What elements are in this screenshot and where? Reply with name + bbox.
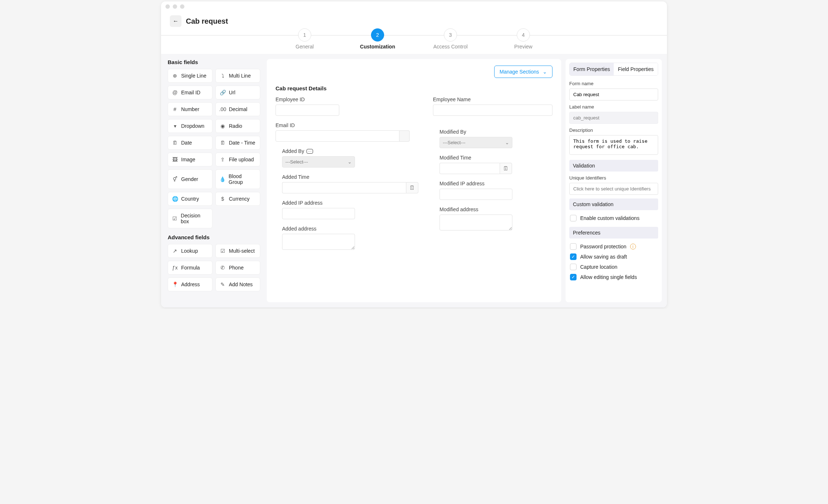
input-email-id[interactable] — [276, 130, 399, 142]
basic-fields-title: Basic fields — [168, 59, 260, 65]
step-number: 3 — [444, 28, 457, 42]
input-added-time[interactable] — [282, 182, 406, 193]
calendar-icon[interactable]: 🗓 — [406, 182, 418, 193]
input-employee-id[interactable] — [276, 105, 339, 116]
checkbox-icon — [570, 264, 577, 270]
pref-allow-saving-as-draft[interactable]: ✓ Allow saving as draft — [569, 252, 658, 262]
field-icon: ⤵ — [219, 73, 226, 79]
pref-capture-location[interactable]: Capture location — [569, 262, 658, 272]
input-label-name — [569, 112, 658, 124]
field-label: Gender — [181, 176, 198, 182]
field-type-dropdown[interactable]: ▾ Dropdown — [168, 119, 212, 133]
pref-label: Capture location — [580, 264, 617, 270]
form-section-title: Cab request Details — [276, 85, 552, 91]
field-type-multi-line[interactable]: ⤵ Multi Line — [215, 69, 260, 83]
stepper: 1 General2 Customization3 Access Control… — [161, 28, 667, 54]
field-icon: ◉ — [219, 123, 226, 129]
field-label: Image — [181, 157, 195, 162]
input-unique-identifiers[interactable] — [569, 183, 658, 195]
field-icon: 🔗 — [219, 90, 226, 95]
field-type-date[interactable]: 🗓 Date — [168, 136, 212, 150]
field-label: Currency — [229, 196, 250, 202]
field-label: Decimal — [229, 106, 247, 112]
field-type-blood-group[interactable]: 💧 Blood Group — [215, 169, 260, 189]
window-titlebar — [161, 1, 667, 12]
field-type-file-upload[interactable]: ⇪ File upload — [215, 153, 260, 166]
tab-form-properties[interactable]: Form Properties — [570, 63, 614, 75]
field-icon: 🗓 — [172, 140, 178, 146]
input-modified-ip[interactable] — [440, 189, 512, 200]
label-modified-address: Modified address — [440, 206, 552, 212]
field-type-decision-box[interactable]: ☑ Decision box — [168, 209, 212, 228]
input-added-ip[interactable] — [282, 208, 355, 219]
field-type-date---time[interactable]: 🗓 Date - Time — [215, 136, 260, 150]
input-modified-time[interactable] — [440, 163, 500, 174]
input-added-address[interactable] — [282, 234, 355, 250]
field-type-image[interactable]: 🖼 Image — [168, 153, 212, 166]
field-icon: ⊕ — [172, 73, 178, 79]
field-type-multi-select[interactable]: ☑ Multi-select — [215, 244, 260, 258]
checkbox-icon — [570, 243, 577, 250]
field-label: Multi-select — [229, 248, 255, 254]
custom-validation-heading: Custom validation — [569, 198, 658, 210]
back-button[interactable]: ← — [170, 15, 181, 27]
email-addon[interactable] — [399, 130, 410, 142]
step-number: 1 — [298, 28, 311, 42]
calendar-icon[interactable]: 🗓 — [500, 163, 512, 174]
field-label: Add Notes — [229, 281, 253, 287]
field-label: Decision box — [181, 213, 208, 224]
field-type-phone[interactable]: ✆ Phone — [215, 261, 260, 275]
window-dot[interactable] — [165, 4, 170, 9]
manage-sections-button[interactable]: Manage Sections ⌄ — [494, 66, 552, 78]
field-type-gender[interactable]: ⚥ Gender — [168, 169, 212, 189]
info-icon[interactable]: i — [630, 244, 636, 249]
field-type-country[interactable]: 🌐 Country — [168, 192, 212, 206]
field-type-lookup[interactable]: ↗ Lookup — [168, 244, 212, 258]
step-customization[interactable]: 2 Customization — [358, 28, 398, 50]
field-type-currency[interactable]: $ Currency — [215, 192, 260, 206]
fields-palette: Basic fields ⊕ Single Line⤵ Multi Line@ … — [161, 54, 267, 307]
select-added-by[interactable]: ---Select--- ⌄ — [282, 156, 355, 168]
field-type-add-notes[interactable]: ✎ Add Notes — [215, 277, 260, 291]
field-type-number[interactable]: # Number — [168, 102, 212, 116]
pref-password-protection[interactable]: Password protection i — [569, 241, 658, 252]
field-type-decimal[interactable]: .00 Decimal — [215, 102, 260, 116]
field-type-radio[interactable]: ◉ Radio — [215, 119, 260, 133]
label-employee-id: Employee ID — [276, 97, 418, 102]
field-type-url[interactable]: 🔗 Url — [215, 86, 260, 99]
label-modified-ip: Modified IP address — [440, 181, 552, 186]
select-modified-by[interactable]: ---Select--- ⌄ — [440, 137, 512, 148]
input-employee-name[interactable] — [433, 105, 552, 116]
field-type-single-line[interactable]: ⊕ Single Line — [168, 69, 212, 83]
input-modified-address[interactable] — [440, 214, 512, 231]
label-description: Description — [569, 127, 658, 133]
label-added-ip: Added IP address — [282, 200, 418, 206]
link-icon: ⋯ — [306, 149, 313, 154]
step-preview[interactable]: 4 Preview — [503, 28, 543, 50]
field-icon: 🗓 — [219, 140, 226, 146]
window-dot[interactable] — [173, 4, 177, 9]
input-description[interactable] — [569, 135, 658, 155]
step-general[interactable]: 1 General — [285, 28, 325, 50]
input-form-name[interactable] — [569, 88, 658, 101]
field-type-formula[interactable]: ƒx Formula — [168, 261, 212, 275]
field-icon: 📍 — [172, 281, 178, 287]
field-icon: ▾ — [172, 123, 178, 129]
field-icon: ⇪ — [219, 157, 226, 162]
field-type-email-id[interactable]: @ Email ID — [168, 86, 212, 99]
tab-field-properties[interactable]: Field Properties — [614, 63, 658, 75]
field-label: Single Line — [181, 73, 206, 79]
page-header: ← Cab request — [161, 12, 667, 28]
field-type-address[interactable]: 📍 Address — [168, 277, 212, 291]
label-added-time: Added Time — [282, 174, 418, 180]
pref-allow-editing-single-fields[interactable]: ✓ Allow editing single fields — [569, 272, 658, 282]
step-number: 4 — [517, 28, 530, 42]
field-label: Phone — [229, 265, 243, 271]
checkbox-enable-custom-validations[interactable]: Enable custom validations — [569, 213, 658, 223]
step-access-control[interactable]: 3 Access Control — [430, 28, 470, 50]
pref-label: Allow saving as draft — [580, 254, 627, 260]
label-label-name: Label name — [569, 104, 658, 110]
window-dot[interactable] — [180, 4, 184, 9]
app-window: ← Cab request 1 General2 Customization3 … — [161, 1, 667, 307]
field-icon: 💧 — [219, 176, 226, 182]
